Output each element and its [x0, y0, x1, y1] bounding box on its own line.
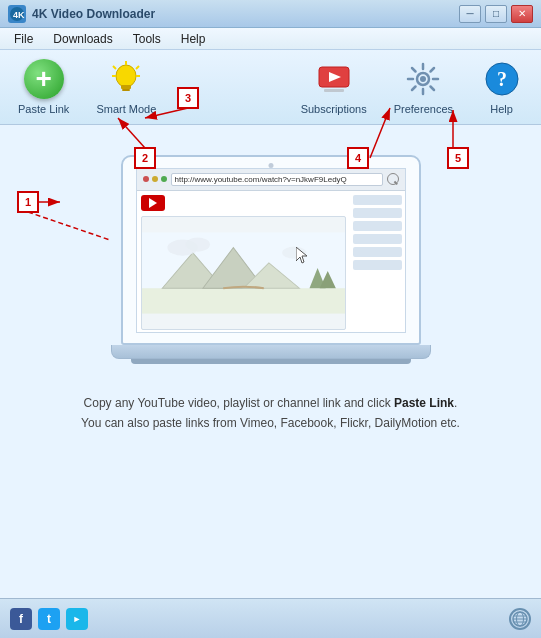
url-bar: http://www.youtube.com/watch?v=nJkwF9Led… — [171, 173, 383, 186]
menu-file[interactable]: File — [4, 30, 43, 48]
svg-point-33 — [185, 237, 209, 251]
close-button[interactable]: ✕ — [511, 5, 533, 23]
svg-text:?: ? — [497, 68, 507, 90]
svg-rect-3 — [121, 85, 131, 89]
smart-mode-icon — [106, 59, 146, 99]
svg-point-34 — [282, 246, 306, 258]
menu-help[interactable]: Help — [171, 30, 216, 48]
help-icon: ? — [482, 59, 522, 99]
browser-window: http://www.youtube.com/watch?v=nJkwF9Led… — [136, 168, 406, 333]
minimize-button[interactable]: ─ — [459, 5, 481, 23]
instruction-line2: You can also paste links from Vimeo, Fac… — [81, 413, 460, 433]
svg-line-7 — [113, 66, 116, 69]
subscriptions-icon — [314, 59, 354, 99]
svg-rect-4 — [122, 89, 130, 91]
globe-icon[interactable] — [509, 608, 531, 630]
svg-point-2 — [116, 65, 136, 87]
svg-point-22 — [420, 76, 426, 82]
menu-tools[interactable]: Tools — [123, 30, 171, 48]
youtube-play-btn — [141, 195, 165, 211]
paste-link-icon: + — [24, 59, 64, 99]
status-bar: f t ► — [0, 598, 541, 638]
twitter-icon[interactable]: t — [38, 608, 60, 630]
browser-bar: http://www.youtube.com/watch?v=nJkwF9Led… — [137, 169, 405, 191]
app-icon: 4K — [8, 5, 26, 23]
svg-line-20 — [412, 87, 416, 91]
main-content: http://www.youtube.com/watch?v=nJkwF9Led… — [0, 125, 541, 598]
url-text: http://www.youtube.com/watch?v=nJkwF9Led… — [175, 175, 347, 184]
facebook-icon[interactable]: f — [10, 608, 32, 630]
laptop-base — [111, 345, 431, 359]
svg-line-6 — [136, 66, 139, 69]
title-bar: 4K 4K Video Downloader ─ □ ✕ — [0, 0, 541, 28]
laptop-screen: http://www.youtube.com/watch?v=nJkwF9Led… — [121, 155, 421, 345]
browser-body — [137, 191, 405, 333]
svg-rect-12 — [324, 89, 344, 92]
menu-downloads[interactable]: Downloads — [43, 30, 122, 48]
laptop-illustration: http://www.youtube.com/watch?v=nJkwF9Led… — [111, 155, 431, 375]
search-btn — [387, 173, 399, 185]
menu-bar: File Downloads Tools Help — [0, 28, 541, 50]
subscriptions-label: Subscriptions — [301, 103, 367, 115]
instruction-text: Copy any YouTube video, playlist or chan… — [81, 393, 460, 434]
smart-mode-label: Smart Mode — [96, 103, 156, 115]
window-title: 4K Video Downloader — [32, 7, 459, 21]
browser-dots — [143, 176, 167, 182]
browser-left-panel — [137, 191, 350, 333]
landscape-illustration — [141, 216, 346, 330]
svg-rect-26 — [142, 288, 345, 313]
preferences-icon — [403, 59, 443, 99]
preferences-label: Preferences — [394, 103, 453, 115]
toolbar: + Paste Link Smart Mode — [0, 50, 541, 125]
instruction-line1: Copy any YouTube video, playlist or chan… — [81, 393, 460, 413]
browser-right-panel — [350, 191, 405, 333]
svg-line-19 — [431, 68, 435, 72]
smart-mode-button[interactable]: Smart Mode — [90, 55, 162, 119]
laptop-bottom-edge — [131, 359, 411, 364]
maximize-button[interactable]: □ — [485, 5, 507, 23]
paste-link-button[interactable]: + Paste Link — [12, 55, 75, 119]
help-button[interactable]: ? Help — [474, 55, 529, 119]
help-label: Help — [490, 103, 513, 115]
social-icons: f t ► — [10, 608, 88, 630]
svg-line-18 — [431, 87, 435, 91]
vimeo-icon[interactable]: ► — [66, 608, 88, 630]
window-controls: ─ □ ✕ — [459, 5, 533, 23]
preferences-button[interactable]: Preferences — [388, 55, 459, 119]
svg-text:4K: 4K — [13, 10, 25, 20]
subscriptions-button[interactable]: Subscriptions — [295, 55, 373, 119]
svg-line-17 — [412, 68, 416, 72]
paste-link-label: Paste Link — [18, 103, 69, 115]
